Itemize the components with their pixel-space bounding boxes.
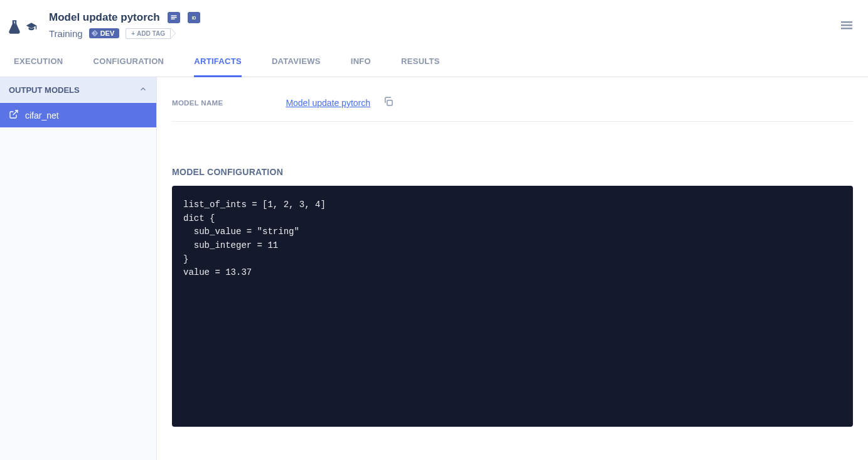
tag-chevron-icon — [171, 28, 176, 39]
description-icon[interactable] — [168, 12, 180, 23]
model-configuration-code[interactable]: list_of_ints = [1, 2, 3, 4] dict { sub_v… — [172, 186, 853, 427]
sidebar-item-label: cifar_net — [25, 110, 59, 120]
plus-icon: + — [131, 30, 135, 37]
graduation-cap-icon — [24, 21, 39, 35]
tab-results[interactable]: RESULTS — [401, 47, 440, 77]
model-name-row: MODEL NAME Model update pytorch — [172, 92, 853, 122]
menu-icon[interactable] — [839, 18, 854, 35]
copy-icon[interactable] — [383, 96, 394, 110]
sidebar-item-cifar-net[interactable]: cifar_net — [0, 103, 156, 127]
tab-execution[interactable]: EXECUTION — [14, 47, 63, 77]
tab-info[interactable]: INFO — [351, 47, 371, 77]
model-configuration-title: MODEL CONFIGURATION — [172, 167, 853, 177]
model-name-label: MODEL NAME — [172, 99, 223, 107]
id-icon[interactable]: ID — [188, 12, 200, 23]
artifacts-sidebar: OUTPUT MODELS cifar_net — [0, 77, 157, 460]
sidebar-section-output-models[interactable]: OUTPUT MODELS — [0, 77, 156, 103]
subtitle-row: Training DEV + ADD TAG — [49, 28, 200, 39]
title-block: Model update pytorch ID Training DEV + A… — [49, 11, 200, 39]
external-link-icon — [9, 109, 19, 121]
tab-dataviews[interactable]: DATAVIEWS — [272, 47, 321, 77]
main-content: MODEL NAME Model update pytorch MODEL CO… — [157, 77, 868, 460]
tabs-bar: EXECUTION CONFIGURATION ARTIFACTS DATAVI… — [0, 47, 868, 77]
flask-icon — [6, 18, 23, 39]
tab-configuration[interactable]: CONFIGURATION — [94, 47, 164, 77]
svg-text:ID: ID — [191, 16, 196, 20]
experiment-type-icon — [6, 18, 39, 39]
page-title: Model update pytorch — [49, 11, 160, 24]
title-row: Model update pytorch ID — [49, 11, 200, 24]
git-icon — [91, 29, 99, 38]
sidebar-section-label: OUTPUT MODELS — [9, 85, 80, 95]
dev-tag-label: DEV — [100, 29, 115, 37]
dev-tag[interactable]: DEV — [89, 28, 120, 38]
tab-artifacts[interactable]: ARTIFACTS — [194, 47, 242, 77]
add-tag-label: ADD TAG — [137, 30, 165, 37]
model-name-link[interactable]: Model update pytorch — [286, 98, 370, 108]
add-tag-button[interactable]: + ADD TAG — [126, 28, 176, 39]
model-name-value-wrap: Model update pytorch — [286, 96, 394, 110]
chevron-up-icon — [139, 85, 147, 95]
svg-rect-3 — [387, 100, 392, 105]
task-type-label: Training — [49, 28, 83, 39]
body: OUTPUT MODELS cifar_net MODEL NAME Model… — [0, 77, 868, 460]
svg-line-2 — [13, 110, 18, 115]
page-header: Model update pytorch ID Training DEV + A… — [0, 0, 868, 47]
